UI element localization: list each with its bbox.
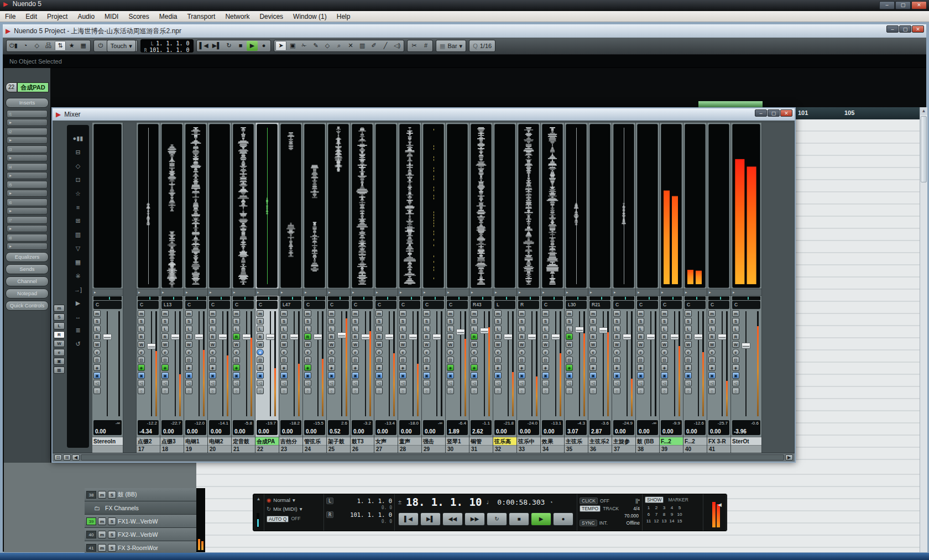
pan-control[interactable]: C	[233, 301, 254, 309]
menu-audio[interactable]: Audio	[72, 13, 100, 20]
pan-control[interactable]: C	[708, 301, 729, 309]
mixer-view-options[interactable]: ●▮▮⊟◇⊡☆≡⊞▥▽▦※→]▶↔≣↺	[67, 125, 89, 448]
edit-channel-button[interactable]: e	[138, 349, 145, 355]
listen-button[interactable]: L	[93, 326, 101, 332]
edit-channel-button[interactable]: e	[685, 349, 692, 355]
listen-button[interactable]: L	[589, 326, 597, 332]
tool-icon-5[interactable]: ⌕	[333, 41, 345, 51]
fader-handle[interactable]	[742, 343, 750, 349]
write-button[interactable]: W	[708, 341, 716, 348]
sends-bypass-button[interactable]: ▣	[447, 372, 454, 379]
marker-11-button[interactable]: 11	[645, 518, 653, 525]
monitor-button[interactable]: ◁	[732, 380, 739, 386]
panel-icon-10[interactable]: ※	[67, 273, 89, 280]
inspector-tab-quick-controls[interactable]: Quick Controls	[6, 301, 49, 311]
solo-button[interactable]: S	[732, 318, 739, 325]
cycle-button[interactable]: ↻	[487, 512, 507, 526]
monitor-button[interactable]: ◁	[471, 380, 478, 386]
inserts-bypass-button[interactable]: ⊡	[93, 357, 101, 363]
edit-channel-button[interactable]: e	[233, 349, 240, 355]
fader-handle[interactable]	[266, 334, 275, 340]
goto-end-button[interactable]: ▶▌	[420, 512, 441, 526]
goto-start-button[interactable]: ▌◀	[398, 512, 419, 526]
eq-bypass-button[interactable]: ◈	[280, 364, 288, 371]
read-button[interactable]: R	[352, 333, 359, 340]
inserts-bypass-button[interactable]: ⊡	[685, 357, 692, 363]
read-button[interactable]: R	[685, 333, 692, 340]
marker-4-button[interactable]: 4	[668, 505, 676, 511]
channel-name[interactable]: 铜管	[469, 437, 493, 445]
pan-control[interactable]: C	[447, 301, 468, 309]
volume-fader[interactable]	[291, 311, 297, 416]
pan-control[interactable]: C	[685, 301, 706, 309]
listen-button[interactable]: L	[209, 326, 216, 332]
inserts-bypass-button[interactable]: ⊡	[708, 357, 716, 363]
channel-name[interactable]: 女声	[374, 437, 398, 445]
eq-bypass-button[interactable]: ◈	[732, 364, 739, 371]
pan-control[interactable]: C	[209, 301, 230, 309]
scroll-up-icon[interactable]: ▲	[920, 107, 927, 115]
mute-button[interactable]: m	[304, 310, 311, 317]
record-enable-button[interactable]: ○	[566, 388, 573, 394]
volume-fader[interactable]	[529, 311, 535, 416]
read-button[interactable]: R	[423, 333, 430, 340]
insert-slot-header[interactable]: i8	[7, 234, 48, 242]
listen-button[interactable]: L	[494, 326, 502, 332]
channel-routing-selector[interactable]: ▸	[707, 289, 730, 296]
solo-button[interactable]: S	[138, 318, 145, 325]
volume-fader[interactable]	[648, 311, 654, 416]
auto-quantize-button[interactable]: AUTO Q	[267, 516, 289, 522]
channel-routing-selector[interactable]: ▸	[351, 289, 374, 296]
inserts-bypass-button[interactable]: ⊡	[471, 357, 478, 363]
global-icon-0[interactable]: e	[54, 349, 65, 356]
pan-control[interactable]: C	[613, 301, 634, 309]
marker-5-button[interactable]: 5	[676, 505, 683, 511]
forward-button[interactable]: ▶▶	[464, 512, 485, 526]
listen-button[interactable]: L	[352, 326, 359, 332]
tool-icon-8[interactable]: ✐	[368, 41, 379, 51]
write-button[interactable]: W	[257, 341, 264, 348]
write-button[interactable]: W	[375, 341, 383, 348]
pan-control[interactable]: C	[637, 301, 658, 309]
pan-control[interactable]: C	[93, 301, 122, 309]
play-button[interactable]: ▶	[247, 41, 258, 51]
pan-control[interactable]: C	[138, 301, 159, 309]
sends-bypass-button[interactable]: ▣	[566, 372, 573, 379]
channel-name[interactable]: F...2	[683, 437, 707, 445]
edit-channel-button[interactable]: e	[423, 349, 430, 355]
monitor-button[interactable]: ◁	[637, 380, 644, 386]
sends-bypass-button[interactable]: ▣	[661, 372, 668, 379]
marker-15-button[interactable]: 15	[676, 518, 683, 525]
fader-handle[interactable]	[694, 334, 703, 340]
mute-button[interactable]: m	[280, 310, 288, 317]
marker-7-button[interactable]: 7	[653, 511, 660, 518]
marker-3-button[interactable]: 3	[660, 505, 668, 511]
pan-control[interactable]: R21	[589, 301, 610, 309]
fader-handle[interactable]	[361, 334, 370, 340]
mute-button[interactable]: m	[423, 310, 430, 317]
volume-fader[interactable]	[363, 311, 368, 416]
record-enable-button[interactable]: ○	[328, 388, 335, 394]
channel-name[interactable]: 主弦乐2	[588, 437, 612, 445]
sends-bypass-button[interactable]: ▣	[352, 372, 359, 379]
channel-name[interactable]: 鼓 (BB	[636, 437, 659, 445]
channel-name[interactable]: 强击	[422, 437, 445, 445]
channel-routing-selector[interactable]: ▸	[541, 289, 564, 296]
monitor-button[interactable]: ◁	[661, 380, 668, 386]
fader-handle[interactable]	[103, 334, 112, 340]
inserts-bypass-button[interactable]: ⊡	[161, 357, 169, 363]
volume-fader[interactable]	[696, 311, 701, 416]
solo-button[interactable]: S	[589, 318, 597, 325]
record-mode-dropdown[interactable]: ◉Normal▾	[267, 497, 321, 503]
pan-control[interactable]: C	[542, 301, 563, 309]
write-button[interactable]: W	[542, 341, 549, 348]
record-enable-button[interactable]: ○	[732, 388, 739, 394]
fader-handle[interactable]	[646, 334, 655, 340]
fader-handle[interactable]	[409, 334, 417, 340]
channel-name[interactable]: 架子鼓	[327, 437, 350, 445]
edit-channel-button[interactable]: e	[352, 349, 359, 355]
sends-bypass-button[interactable]: ▣	[304, 372, 311, 379]
write-button[interactable]: W	[399, 341, 406, 348]
eq-bypass-button[interactable]: ◈	[185, 364, 192, 371]
solo-button[interactable]: S	[328, 318, 335, 325]
